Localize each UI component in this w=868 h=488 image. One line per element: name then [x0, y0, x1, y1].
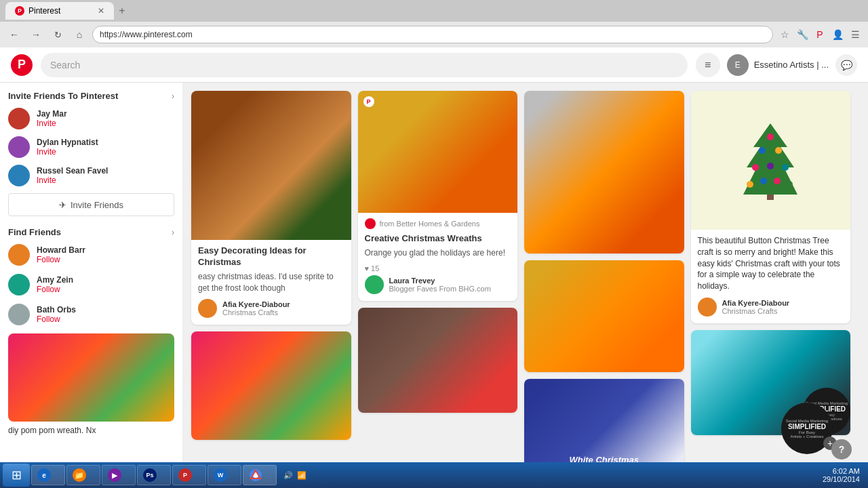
- ppt-icon: P: [178, 468, 192, 482]
- invite-btn-label: Invite Friends: [71, 200, 123, 210]
- sidebar-caption: diy pom pom wreath. Nx: [8, 426, 174, 435]
- search-bar[interactable]: Search: [41, 53, 688, 77]
- pin-card-button-tree[interactable]: This beautiful Button Christmas Tree cra…: [691, 91, 851, 323]
- masonry-col-1: Easy Decorating Ideas for Christmas easy…: [191, 91, 351, 481]
- source-icon-wreath: [365, 218, 376, 229]
- header-menu-button[interactable]: ≡: [696, 53, 720, 77]
- pin-card-ornament[interactable]: [358, 308, 518, 413]
- taskbar-explorer-button[interactable]: 📁: [66, 465, 100, 485]
- user-label: Essetino Artists | ...: [754, 60, 829, 70]
- invite-chevron-icon[interactable]: ›: [172, 92, 174, 101]
- sidebar-thumbnail[interactable]: [8, 333, 174, 422]
- forward-button[interactable]: →: [27, 26, 45, 43]
- profile-icon[interactable]: 👤: [830, 27, 845, 42]
- invite-friends-button[interactable]: ✈ Invite Friends: [8, 193, 174, 216]
- taskbar-ppt-button[interactable]: P: [172, 465, 206, 485]
- user-area[interactable]: E Essetino Artists | ...: [727, 54, 829, 76]
- address-bar[interactable]: https://www.pinterest.com: [92, 26, 773, 43]
- svg-point-2: [759, 147, 766, 154]
- invite-item: Russel Sean Favel Invite: [8, 165, 174, 186]
- pin-author-candles: Afia Kyere-Diabour: [222, 300, 290, 308]
- like-count: 15: [371, 264, 379, 272]
- word-icon: W: [214, 468, 227, 482]
- pin-image-button-tree: [691, 91, 851, 230]
- pin-body-wreath: from Better Homes & Gardens Creative Chr…: [358, 213, 518, 301]
- pin-image-pom: [191, 331, 351, 440]
- taskbar-ie-button[interactable]: e: [31, 465, 65, 485]
- toolbar-icons: ☆ 🔧 P 👤 ☰: [777, 27, 863, 42]
- invite-item: Dylan Hypnatist Invite: [8, 136, 174, 158]
- follow-action-howard[interactable]: Follow: [37, 255, 85, 264]
- pin-board-candles: Christmas Crafts: [222, 308, 290, 317]
- follow-action-amy[interactable]: Follow: [37, 285, 73, 294]
- follow-item-bath-orbs: Bath Orbs Follow: [8, 304, 174, 325]
- taskbar: ⊞ e 📁 ▶ Ps P W: [0, 462, 868, 488]
- follow-item-amy: Amy Zein Follow: [8, 274, 174, 296]
- pin-footer-wreath: Laura Trevey Blogger Faves From BHG.com: [365, 275, 511, 294]
- extensions-icon[interactable]: 🔧: [795, 27, 810, 42]
- find-friends-chevron-icon[interactable]: ›: [172, 228, 174, 237]
- menu-icon[interactable]: ☰: [848, 27, 863, 42]
- taskbar-clock: 6:02 AM 29/10/2014: [823, 467, 865, 483]
- pin-card-candy[interactable]: [524, 91, 684, 253]
- taskbar-word-button[interactable]: W: [208, 465, 241, 485]
- follow-action-bath-orbs[interactable]: Follow: [37, 314, 76, 324]
- notifications-button[interactable]: 💬: [835, 54, 857, 76]
- header-right: ≡ E Essetino Artists | ... 💬: [696, 53, 857, 77]
- heart-icon: ♥: [365, 264, 370, 272]
- taskbar-chrome-button[interactable]: [243, 465, 277, 485]
- taskbar-media-button[interactable]: ▶: [102, 465, 136, 485]
- pin-card-candles[interactable]: Easy Decorating Ideas for Christmas easy…: [191, 91, 351, 325]
- scrollbar[interactable]: [859, 83, 868, 488]
- pin-card-wreath[interactable]: P from Better Homes & Gardens Creative C…: [358, 91, 518, 301]
- refresh-button[interactable]: ↻: [49, 26, 66, 43]
- svg-rect-11: [767, 195, 774, 200]
- pin-card-candy2[interactable]: [524, 260, 684, 372]
- pinterest-ext-icon[interactable]: P: [812, 27, 827, 42]
- new-tab-button[interactable]: +: [114, 3, 130, 19]
- time-display: 6:02 AM: [823, 467, 860, 475]
- browser-toolbar: ← → ↻ ⌂ https://www.pinterest.com ☆ 🔧 P …: [0, 22, 868, 47]
- invite-action-russel[interactable]: Invite: [37, 176, 108, 185]
- pin-desc-button-tree: This beautiful Button Christmas Tree cra…: [698, 235, 844, 292]
- active-tab[interactable]: P Pinterest ✕: [5, 2, 114, 20]
- masonry-col-3: White ChristmasLuminaries: [524, 91, 684, 481]
- invite-action-dylan[interactable]: Invite: [37, 147, 98, 157]
- avatar-bath-orbs: [8, 304, 30, 325]
- svg-point-6: [782, 164, 789, 171]
- tab-close-button[interactable]: ✕: [98, 6, 104, 16]
- pin-image-candy: [524, 91, 684, 253]
- invite-name-jay: Jay Mar: [37, 109, 67, 119]
- avatar-jay-mar: [8, 108, 30, 129]
- pin-body-button-tree: This beautiful Button Christmas Tree cra…: [691, 230, 851, 323]
- invite-btn-icon: ✈: [59, 200, 66, 210]
- find-friends-title: Find Friends: [8, 227, 61, 237]
- star-icon[interactable]: ☆: [777, 27, 792, 42]
- start-button[interactable]: ⊞: [3, 464, 30, 487]
- svg-point-7: [747, 181, 753, 188]
- taskbar-photoshop-button[interactable]: Ps: [137, 465, 171, 485]
- pin-source-wreath: from Better Homes & Gardens: [365, 218, 511, 229]
- pin-card-pom[interactable]: [191, 331, 351, 440]
- back-button[interactable]: ←: [5, 26, 23, 43]
- svg-point-1: [767, 134, 774, 140]
- user-avatar: E: [727, 54, 749, 76]
- svg-point-8: [760, 178, 767, 184]
- masonry-grid: Easy Decorating Ideas for Christmas easy…: [191, 91, 850, 481]
- photoshop-icon: Ps: [143, 468, 157, 482]
- help-button[interactable]: ?: [831, 439, 852, 460]
- home-button[interactable]: ⌂: [71, 26, 88, 43]
- svg-point-4: [752, 164, 759, 171]
- start-icon: ⊞: [12, 468, 22, 483]
- masonry-col-2: P from Better Homes & Gardens Creative C…: [358, 91, 518, 481]
- badge-line4: Artists + Creatives: [791, 434, 824, 439]
- pin-board-wreath: Blogger Faves From BHG.com: [389, 285, 491, 293]
- invite-action-jay[interactable]: Invite: [37, 119, 67, 128]
- avatar-dylan: [8, 136, 30, 158]
- content-area: Easy Decorating Ideas for Christmas easy…: [183, 83, 859, 488]
- sidebar-thumb-image: [8, 333, 174, 422]
- floating-social-badge[interactable]: Social Media Marketing SIMPLIFIED For Bu…: [781, 403, 833, 454]
- pinterest-header: P Search ≡ E Essetino Artists | ... 💬: [0, 47, 868, 83]
- sidebar: Invite Friends To Pinterest › Jay Mar In…: [0, 83, 183, 488]
- pinterest-logo: P: [11, 54, 33, 76]
